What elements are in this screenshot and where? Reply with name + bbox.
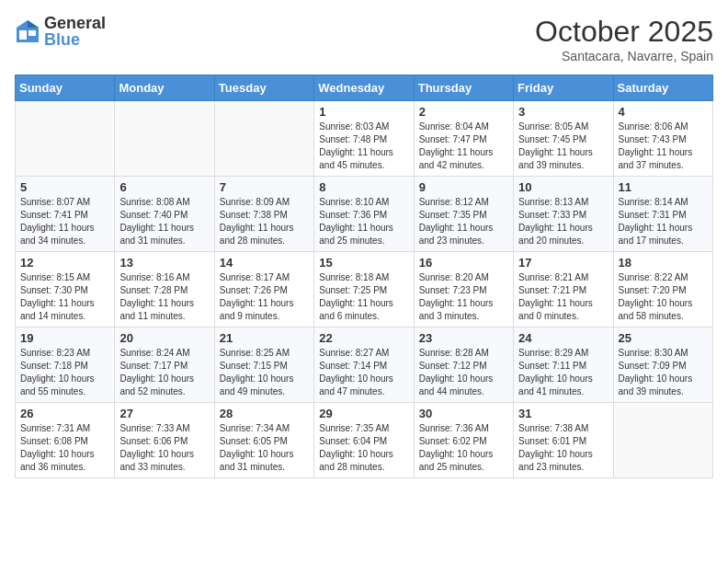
day-info: Sunrise: 8:25 AM Sunset: 7:15 PM Dayligh… — [220, 347, 309, 398]
day-number: 17 — [518, 256, 608, 270]
day-info: Sunrise: 8:06 AM Sunset: 7:43 PM Dayligh… — [619, 121, 708, 172]
calendar-cell: 30Sunrise: 7:36 AM Sunset: 6:02 PM Dayli… — [414, 403, 513, 478]
calendar-cell — [214, 101, 313, 177]
day-number: 22 — [319, 331, 408, 345]
weekday-header-monday: Monday — [115, 75, 214, 101]
day-number: 18 — [619, 256, 708, 270]
calendar-week-4: 19Sunrise: 8:23 AM Sunset: 7:18 PM Dayli… — [16, 327, 713, 403]
calendar-cell: 29Sunrise: 7:35 AM Sunset: 6:04 PM Dayli… — [314, 403, 414, 478]
weekday-header-sunday: Sunday — [16, 75, 115, 101]
calendar-cell: 22Sunrise: 8:27 AM Sunset: 7:14 PM Dayli… — [314, 327, 414, 403]
calendar-cell: 25Sunrise: 8:30 AM Sunset: 7:09 PM Dayli… — [613, 327, 712, 403]
day-number: 12 — [20, 256, 109, 270]
day-info: Sunrise: 8:10 AM Sunset: 7:36 PM Dayligh… — [319, 196, 408, 247]
day-number: 8 — [319, 180, 408, 194]
day-number: 26 — [20, 407, 109, 420]
day-info: Sunrise: 8:30 AM Sunset: 7:09 PM Dayligh… — [619, 347, 708, 398]
calendar-cell: 15Sunrise: 8:18 AM Sunset: 7:25 PM Dayli… — [314, 252, 414, 327]
calendar-cell — [16, 101, 115, 177]
day-number: 16 — [419, 256, 508, 270]
day-info: Sunrise: 8:15 AM Sunset: 7:30 PM Dayligh… — [20, 271, 109, 323]
day-info: Sunrise: 7:33 AM Sunset: 6:06 PM Dayligh… — [119, 422, 209, 474]
day-info: Sunrise: 7:35 AM Sunset: 6:04 PM Dayligh… — [319, 422, 408, 474]
day-info: Sunrise: 8:23 AM Sunset: 7:18 PM Dayligh… — [20, 347, 109, 398]
calendar-cell — [115, 101, 214, 177]
day-info: Sunrise: 8:24 AM Sunset: 7:17 PM Dayligh… — [119, 347, 209, 398]
calendar-cell: 26Sunrise: 7:31 AM Sunset: 6:08 PM Dayli… — [16, 403, 115, 478]
day-info: Sunrise: 7:34 AM Sunset: 6:05 PM Dayligh… — [220, 422, 309, 474]
day-number: 20 — [119, 331, 209, 345]
calendar-cell: 17Sunrise: 8:21 AM Sunset: 7:21 PM Dayli… — [514, 252, 613, 327]
day-number: 6 — [119, 180, 209, 194]
day-info: Sunrise: 7:31 AM Sunset: 6:08 PM Dayligh… — [20, 422, 109, 474]
day-info: Sunrise: 8:03 AM Sunset: 7:48 PM Dayligh… — [319, 121, 408, 172]
page-header: General Blue October 2025 Santacara, Nav… — [15, 15, 713, 63]
calendar-cell: 21Sunrise: 8:25 AM Sunset: 7:15 PM Dayli… — [214, 327, 313, 403]
location: Santacara, Navarre, Spain — [535, 49, 713, 63]
title-block: October 2025 Santacara, Navarre, Spain — [535, 15, 713, 63]
calendar-cell: 7Sunrise: 8:09 AM Sunset: 7:38 PM Daylig… — [214, 177, 313, 252]
logo-general-text: General — [44, 15, 106, 31]
day-info: Sunrise: 8:22 AM Sunset: 7:20 PM Dayligh… — [619, 271, 708, 323]
calendar-cell: 1Sunrise: 8:03 AM Sunset: 7:48 PM Daylig… — [314, 101, 414, 177]
day-number: 21 — [220, 331, 309, 345]
month-title: October 2025 — [535, 15, 713, 49]
calendar-cell: 5Sunrise: 8:07 AM Sunset: 7:41 PM Daylig… — [16, 177, 115, 252]
day-number: 4 — [619, 105, 708, 119]
day-info: Sunrise: 8:09 AM Sunset: 7:38 PM Dayligh… — [220, 196, 309, 247]
calendar-cell: 20Sunrise: 8:24 AM Sunset: 7:17 PM Dayli… — [115, 327, 214, 403]
day-number: 11 — [619, 180, 708, 194]
day-number: 23 — [419, 331, 508, 345]
calendar-week-5: 26Sunrise: 7:31 AM Sunset: 6:08 PM Dayli… — [16, 403, 713, 478]
calendar-cell — [613, 403, 712, 478]
calendar-cell: 8Sunrise: 8:10 AM Sunset: 7:36 PM Daylig… — [314, 177, 414, 252]
calendar-cell: 12Sunrise: 8:15 AM Sunset: 7:30 PM Dayli… — [16, 252, 115, 327]
weekday-header-tuesday: Tuesday — [214, 75, 313, 101]
day-info: Sunrise: 8:12 AM Sunset: 7:35 PM Dayligh… — [419, 196, 508, 247]
day-number: 24 — [518, 331, 608, 345]
day-number: 7 — [220, 180, 309, 194]
day-info: Sunrise: 8:04 AM Sunset: 7:47 PM Dayligh… — [419, 121, 508, 172]
logo-icon — [15, 18, 40, 44]
calendar-cell: 19Sunrise: 8:23 AM Sunset: 7:18 PM Dayli… — [16, 327, 115, 403]
logo-text: General Blue — [44, 15, 106, 48]
day-info: Sunrise: 8:17 AM Sunset: 7:26 PM Dayligh… — [220, 271, 309, 323]
day-info: Sunrise: 7:38 AM Sunset: 6:01 PM Dayligh… — [518, 422, 608, 474]
day-info: Sunrise: 8:28 AM Sunset: 7:12 PM Dayligh… — [419, 347, 508, 398]
calendar-cell: 2Sunrise: 8:04 AM Sunset: 7:47 PM Daylig… — [414, 101, 513, 177]
calendar-cell: 24Sunrise: 8:29 AM Sunset: 7:11 PM Dayli… — [514, 327, 613, 403]
calendar-cell: 6Sunrise: 8:08 AM Sunset: 7:40 PM Daylig… — [115, 177, 214, 252]
calendar-week-3: 12Sunrise: 8:15 AM Sunset: 7:30 PM Dayli… — [16, 252, 713, 327]
day-number: 30 — [419, 407, 508, 420]
calendar-cell: 31Sunrise: 7:38 AM Sunset: 6:01 PM Dayli… — [514, 403, 613, 478]
weekday-header-wednesday: Wednesday — [314, 75, 414, 101]
day-number: 31 — [518, 407, 608, 420]
calendar-week-1: 1Sunrise: 8:03 AM Sunset: 7:48 PM Daylig… — [16, 101, 713, 177]
svg-marker-1 — [28, 20, 39, 28]
day-number: 3 — [518, 105, 608, 119]
weekday-header-row: SundayMondayTuesdayWednesdayThursdayFrid… — [16, 75, 713, 101]
day-number: 5 — [20, 180, 109, 194]
day-number: 28 — [220, 407, 309, 420]
svg-rect-3 — [28, 30, 36, 36]
day-info: Sunrise: 8:16 AM Sunset: 7:28 PM Dayligh… — [119, 271, 209, 323]
day-number: 9 — [419, 180, 508, 194]
day-number: 2 — [419, 105, 508, 119]
day-info: Sunrise: 8:14 AM Sunset: 7:31 PM Dayligh… — [619, 196, 708, 247]
calendar-cell: 10Sunrise: 8:13 AM Sunset: 7:33 PM Dayli… — [514, 177, 613, 252]
calendar-cell: 18Sunrise: 8:22 AM Sunset: 7:20 PM Dayli… — [613, 252, 712, 327]
day-number: 15 — [319, 256, 408, 270]
weekday-header-thursday: Thursday — [414, 75, 513, 101]
logo-blue-text: Blue — [44, 31, 106, 48]
calendar-cell: 16Sunrise: 8:20 AM Sunset: 7:23 PM Dayli… — [414, 252, 513, 327]
day-info: Sunrise: 8:20 AM Sunset: 7:23 PM Dayligh… — [419, 271, 508, 323]
day-info: Sunrise: 8:07 AM Sunset: 7:41 PM Dayligh… — [20, 196, 109, 247]
day-number: 27 — [119, 407, 209, 420]
day-number: 19 — [20, 331, 109, 345]
calendar-cell: 13Sunrise: 8:16 AM Sunset: 7:28 PM Dayli… — [115, 252, 214, 327]
calendar-table: SundayMondayTuesdayWednesdayThursdayFrid… — [15, 75, 713, 478]
day-number: 1 — [319, 105, 408, 119]
calendar-cell: 27Sunrise: 7:33 AM Sunset: 6:06 PM Dayli… — [115, 403, 214, 478]
calendar-cell: 9Sunrise: 8:12 AM Sunset: 7:35 PM Daylig… — [414, 177, 513, 252]
weekday-header-friday: Friday — [514, 75, 613, 101]
